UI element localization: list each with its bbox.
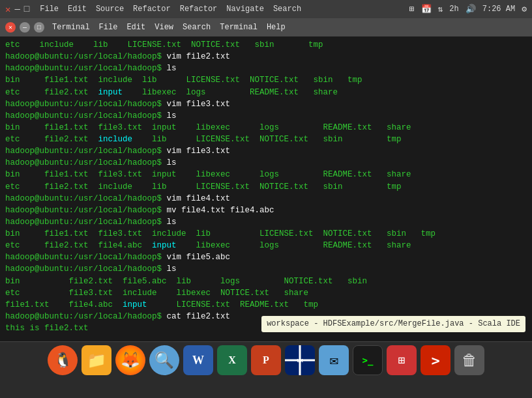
- menu-edit[interactable]: Edit: [68, 5, 87, 14]
- terminal-content[interactable]: etc include lib LICENSE.txt NOTICE.txt s…: [0, 36, 532, 341]
- terminal-line: bin file1.txt include lib LICENSE.txt NO…: [5, 74, 527, 86]
- terminal-line: [5, 334, 527, 341]
- dock-ubuntu[interactable]: 🐧: [48, 345, 78, 375]
- volume-icon: 🔊: [466, 4, 476, 14]
- dock-search[interactable]: 🔍: [149, 345, 179, 375]
- terminal-line: etc file2.txt include lib LICENSE.txt NO…: [5, 134, 527, 145]
- battery-label: 2h: [449, 5, 458, 14]
- term-menu-edit[interactable]: Edit: [126, 23, 145, 32]
- term-menu-terminal2[interactable]: Terminal: [220, 23, 258, 32]
- sys-min-btn[interactable]: —: [14, 4, 20, 14]
- terminal-line: bin file2.txt file5.abc lib logs NOTICE.…: [5, 276, 527, 287]
- dock-ppt[interactable]: P: [251, 345, 281, 375]
- dock-mosaic[interactable]: ⊞: [387, 345, 417, 375]
- dock-prompt[interactable]: >: [421, 345, 451, 375]
- menu-source[interactable]: Source: [96, 5, 124, 14]
- terminal-line: hadoop@ubuntu:/usr/local/hadoop$ ls: [5, 157, 527, 169]
- menu-search[interactable]: Search: [273, 5, 301, 14]
- terminal-line: hadoop@ubuntu:/usr/local/hadoop$ vim fil…: [5, 98, 527, 110]
- terminal-line: file1.txt file4.abc input LICENSE.txt RE…: [5, 299, 527, 311]
- terminal-line: hadoop@ubuntu:/usr/local/hadoop$ vim fil…: [5, 51, 527, 63]
- terminal-line: bin file1.txt file3.txt input libexec lo…: [5, 122, 527, 134]
- dock-excel[interactable]: X: [217, 345, 247, 375]
- menu-refactor2[interactable]: Refactor: [180, 5, 218, 14]
- terminal-line: etc file3.txt include libexec NOTICE.txt…: [5, 287, 527, 299]
- system-bar: ✕ — □ File Edit Source Refactor Refactor…: [0, 0, 532, 18]
- terminal-line: hadoop@ubuntu:/usr/local/hadoop$ ls: [5, 110, 527, 122]
- clock: 7:26 AM: [482, 5, 515, 14]
- terminal-line: etc include lib LICENSE.txt NOTICE.txt s…: [5, 39, 527, 51]
- terminal-line: hadoop@ubuntu:/usr/local/hadoop$ vim fil…: [5, 193, 527, 205]
- terminal-line: hadoop@ubuntu:/usr/local/hadoop$ vim fil…: [5, 145, 527, 157]
- terminal-line: etc file2.txt input libexec logs README.…: [5, 87, 527, 98]
- dock-trash[interactable]: 🗑: [454, 345, 484, 375]
- terminal-line: hadoop@ubuntu:/usr/local/hadoop$ mv file…: [5, 205, 527, 216]
- sys-menu: File Edit Source Refactor Refactor Navig…: [40, 5, 301, 14]
- tooltip: workspace - HDFSExample/src/MergeFile.ja…: [261, 316, 525, 332]
- dock-uk[interactable]: UK: [285, 345, 315, 375]
- terminal-min-btn[interactable]: —: [20, 22, 30, 33]
- dock-files[interactable]: 📁: [81, 345, 111, 375]
- system-bar-left: ✕ — □ File Edit Source Refactor Refactor…: [5, 4, 406, 15]
- terminal-line: bin file1.txt file3.txt include lib LICE…: [5, 228, 527, 240]
- terminal-max-btn[interactable]: □: [34, 22, 44, 33]
- terminal-line: bin file1.txt file3.txt input libexec lo…: [5, 169, 527, 180]
- terminal-line: etc file2.txt include lib LICENSE.txt NO…: [5, 181, 527, 193]
- grid-icon: ⊞: [409, 4, 415, 14]
- terminal-bar: ✕ — □ Terminal File Edit View Search Ter…: [0, 18, 532, 36]
- terminal-line: hadoop@ubuntu:/usr/local/hadoop$ ls: [5, 263, 527, 275]
- term-menu-terminal[interactable]: Terminal: [52, 23, 90, 32]
- dock-firefox[interactable]: 🦊: [115, 345, 145, 375]
- terminal-line: hadoop@ubuntu:/usr/local/hadoop$ ls: [5, 216, 527, 228]
- terminal-line: hadoop@ubuntu:/usr/local/hadoop$ ls: [5, 63, 527, 74]
- calendar-icon: 📅: [421, 4, 432, 14]
- menu-navigate[interactable]: Navigate: [226, 5, 264, 14]
- dock-word[interactable]: W: [183, 345, 213, 375]
- term-menu-help[interactable]: Help: [267, 23, 286, 32]
- dock-terminal[interactable]: >_: [353, 345, 383, 375]
- terminal-menu: Terminal File Edit View Search Terminal …: [52, 23, 286, 32]
- terminal-close-btn[interactable]: ✕: [5, 22, 16, 33]
- sys-close-btn[interactable]: ✕: [5, 4, 10, 15]
- arrows-icon: ⇅: [438, 4, 443, 14]
- sys-max-btn[interactable]: □: [24, 4, 29, 14]
- settings-icon: ⚙: [522, 4, 527, 14]
- menu-file[interactable]: File: [40, 5, 59, 14]
- terminal-line: hadoop@ubuntu:/usr/local/hadoop$ vim fil…: [5, 251, 527, 263]
- term-menu-file[interactable]: File: [99, 23, 118, 32]
- terminal-line: etc file2.txt file4.abc input libexec lo…: [5, 240, 527, 251]
- dock-mail[interactable]: ✉: [319, 345, 349, 375]
- term-menu-view[interactable]: View: [155, 23, 173, 32]
- taskbar: 🐧 📁 🦊 🔍 W X P UK ✉ >_ ⊞ > 🗑: [0, 341, 532, 378]
- term-menu-search[interactable]: Search: [183, 23, 211, 32]
- menu-refactor1[interactable]: Refactor: [133, 5, 171, 14]
- sys-right: ⊞ 📅 ⇅ 2h 🔊 7:26 AM ⚙: [409, 4, 527, 14]
